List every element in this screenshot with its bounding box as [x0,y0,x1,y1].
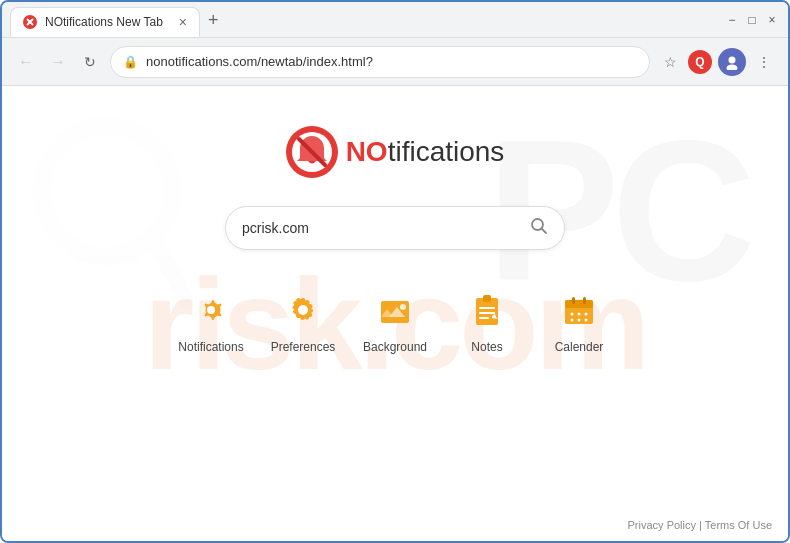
active-tab[interactable]: NOtifications New Tab × [10,7,200,37]
tab-title: NOtifications New Tab [45,15,163,29]
main-content: NOtifications pcrisk.com [2,86,788,354]
footer-separator: | [696,519,705,531]
svg-point-18 [400,304,406,310]
privacy-policy-link[interactable]: Privacy Policy [628,519,696,531]
more-button[interactable]: ⋮ [752,50,776,74]
tab-area: NOtifications New Tab × + [10,2,712,37]
lock-icon: 🔒 [123,55,138,69]
svg-rect-27 [583,297,586,304]
url-text: nonotifications.com/newtab/index.html? [146,54,637,69]
preferences-label: Preferences [271,340,336,354]
logo-area: NOtifications [286,126,505,178]
url-bar[interactable]: 🔒 nonotifications.com/newtab/index.html? [110,46,650,78]
svg-point-4 [727,64,738,70]
footer: Privacy Policy | Terms Of Use [628,519,772,531]
close-button[interactable]: × [764,12,780,28]
maximize-button[interactable]: □ [744,12,760,28]
new-tab-button[interactable]: + [200,6,227,35]
window-controls: − □ × [724,12,780,28]
browser-window: NOtifications New Tab × + − □ × ← → ↻ 🔒 … [0,0,790,543]
svg-point-14 [298,305,308,315]
nav-preferences[interactable]: Preferences [271,286,335,354]
tab-close-button[interactable]: × [179,14,187,30]
logo-icon [286,126,338,178]
calender-label: Calender [555,340,604,354]
svg-rect-25 [565,300,593,308]
star-icon[interactable]: ☆ [658,50,682,74]
forward-button[interactable]: → [46,50,70,74]
nav-calender[interactable]: Calender [547,286,611,354]
reload-button[interactable]: ↻ [78,50,102,74]
svg-rect-26 [572,297,575,304]
logo-tifications: tifications [388,136,505,167]
svg-point-31 [571,319,574,322]
notes-label: Notes [471,340,502,354]
svg-point-33 [585,319,588,322]
calender-icon [555,286,603,334]
notifications-icon [187,286,235,334]
preferences-icon [279,286,327,334]
nav-background[interactable]: Background [363,286,427,354]
profile-button[interactable] [718,48,746,76]
qr-button[interactable]: Q [688,50,712,74]
nav-notifications[interactable]: Notifications [179,286,243,354]
svg-point-30 [585,313,588,316]
address-bar: ← → ↻ 🔒 nonotifications.com/newtab/index… [2,38,788,86]
back-button[interactable]: ← [14,50,38,74]
svg-rect-20 [483,295,491,302]
page-content: PC risk.com [2,86,788,541]
logo-no: NO [346,136,388,167]
address-actions: ☆ Q ⋮ [658,48,776,76]
search-bar[interactable]: pcrisk.com [225,206,565,250]
svg-point-3 [729,56,736,63]
search-value: pcrisk.com [242,220,530,236]
notifications-label: Notifications [178,340,243,354]
minimize-button[interactable]: − [724,12,740,28]
svg-point-32 [578,319,581,322]
title-bar: NOtifications New Tab × + − □ × [2,2,788,38]
tab-favicon [23,15,37,29]
nav-notes[interactable]: Notes [455,286,519,354]
background-label: Background [363,340,427,354]
svg-point-28 [571,313,574,316]
terms-of-use-link[interactable]: Terms Of Use [705,519,772,531]
svg-point-29 [578,313,581,316]
notes-icon [463,286,511,334]
svg-point-13 [207,306,215,314]
svg-line-11 [542,229,547,234]
icon-navigation: Notifications Preferences [179,286,611,354]
logo-text: NOtifications [346,136,505,168]
background-icon [371,286,419,334]
search-button[interactable] [530,217,548,239]
svg-rect-19 [476,298,498,325]
